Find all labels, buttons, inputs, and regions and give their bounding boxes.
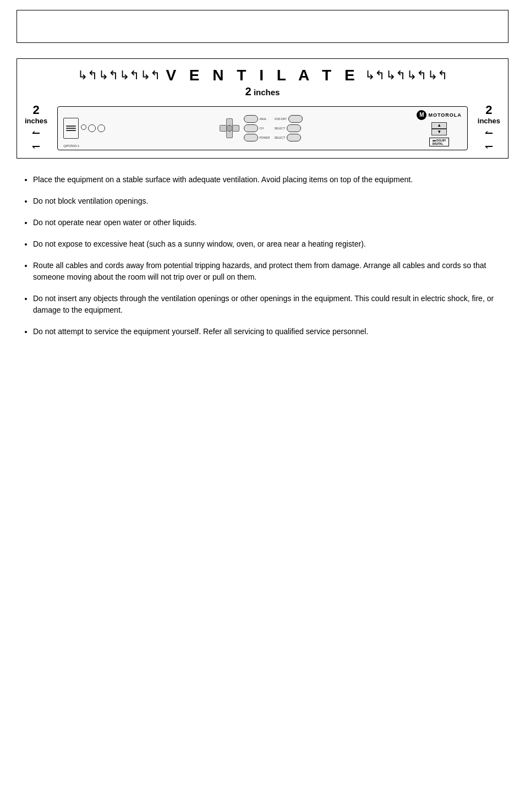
bullet-list: Place the equipment on a stable surface … [17,174,508,337]
dev-right-section: M MOTOROLA ▲ ▼ ■■ DOLBYDIGITAL [417,110,461,146]
dev-circles [81,124,105,132]
arrow-curve-8: ↳↰ [428,69,447,81]
bullet-item-7: Do not attempt to service the equipment … [33,326,508,337]
dev-slot-line-2 [66,128,76,129]
bullet-item-4: Do not expose to excessive heat (such as… [33,238,508,250]
ventilate-unit: inches [254,88,280,97]
btn-row-1: ANAL [244,115,270,123]
dev-btn-label-5: SELECT [274,127,285,130]
dev-dpad [220,118,239,138]
btn-row-2: CH [244,124,270,132]
dev-btn-label-2: CH [260,127,264,130]
bullet-item-6: Do not insert any objects through the ve… [33,293,508,316]
ventilate-title: V E N T I L A T E [166,67,359,84]
ventilate-top-row: ↳↰ ↳↰ ↳↰ ↳↰ V E N T I L A T E ↳↰ ↳↰ ↳↰ ↳… [23,67,502,84]
left-side-label: 2 inches ↼ ↽ [25,103,47,152]
arrow-curve-1: ↳↰ [78,69,97,81]
dev-btn-2 [244,124,258,132]
device-row: 2 inches ↼ ↽ [23,103,502,152]
arrow-curve-3: ↳↰ [119,69,139,81]
dev-nav-up: ▲ [431,122,447,129]
left-arrow-2: ↽ [32,140,40,152]
btn-row-3: POWER [244,134,270,141]
btn-row-6: SELECT [274,134,303,141]
right-side-label: 2 inches ↼ ↽ [478,103,500,152]
arrow-curve-6: ↳↰ [386,69,406,81]
dev-slot-line-1 [66,126,76,127]
page-wrapper: ↳↰ ↳↰ ↳↰ ↳↰ V E N T I L A T E ↳↰ ↳↰ ↳↰ ↳… [0,0,525,364]
dev-btn-1 [244,115,258,123]
left-arrows: ↼ ↽ [32,127,40,152]
arrow-curve-4: ↳↰ [140,69,160,81]
left-num: 2 [32,103,39,117]
arrow-curve-7: ↳↰ [407,69,426,81]
ventilate-num: 2 [245,85,251,97]
bullet-item-2: Do not block ventilation openings. [33,195,508,207]
motorola-wordmark: MOTOROLA [428,112,461,118]
ventilate-arrows-right: ↳↰ ↳↰ ↳↰ ↳↰ [365,69,447,81]
left-inches: inches [25,117,47,125]
dev-btn-6 [287,134,301,141]
btn-row-5: SELECT [274,124,303,132]
right-num: 2 [485,103,492,117]
right-inches: inches [478,117,500,125]
dev-buttons-right-mid: VOD-DRT SELECT SELECT [274,115,303,141]
dev-circle-1 [81,124,86,130]
dev-bottom-label: QIP2500-1 [63,144,79,148]
header-box [17,10,508,43]
dpad-center [226,125,233,132]
motorola-logo: M MOTOROLA [417,110,461,120]
dev-slot [63,118,79,139]
dev-buttons-mid: ANAL CH POWER [244,115,270,141]
ventilate-subtitle: 2 inches [23,85,502,98]
dev-slot-line-3 [66,130,76,131]
device-illustration: ANAL CH POWER VOD-DRT [57,106,468,150]
right-side-label-inner: 2 inches ↼ ↽ [478,103,500,152]
ventilate-arrows-left: ↳↰ ↳↰ ↳↰ ↳↰ [78,69,160,81]
dev-logo-box: ■■ DOLBYDIGITAL [429,138,449,146]
dev-btn-3 [244,134,258,141]
motorola-m-icon: M [417,110,426,120]
left-arrow-1: ↼ [32,127,40,139]
dev-btn-5 [287,124,301,132]
dev-btn-label-4: VOD-DRT [274,117,287,121]
dev-btn-label-1: ANAL [260,117,267,121]
bullet-item-3: Do not operate near open water or other … [33,217,508,228]
dev-circle-3 [97,124,105,132]
right-arrows: ↼ ↽ [485,127,493,152]
right-arrow-2: ↽ [485,140,493,152]
dev-nav-down: ▼ [431,129,447,135]
dev-logo-text: ■■ DOLBYDIGITAL [433,139,446,145]
dev-middle-section: ANAL CH POWER VOD-DRT [220,115,303,141]
dev-btn-label-6: SELECT [274,136,285,139]
dev-btn-4 [288,115,303,123]
dev-btn-label-3: POWER [260,136,270,139]
arrow-curve-2: ↳↰ [99,69,118,81]
dev-circle-2 [88,124,96,132]
bullet-item-5: Route all cables and cords away from pot… [33,260,508,283]
btn-row-4: VOD-DRT [274,115,303,123]
right-arrow-1: ↼ [485,127,493,139]
bullet-item-1: Place the equipment on a stable surface … [33,174,508,186]
dev-nav-arrows: ▲ ▼ [431,122,447,135]
ventilate-diagram: ↳↰ ↳↰ ↳↰ ↳↰ V E N T I L A T E ↳↰ ↳↰ ↳↰ ↳… [17,58,508,159]
dev-left-section [63,118,105,139]
arrow-curve-5: ↳↰ [365,69,385,81]
